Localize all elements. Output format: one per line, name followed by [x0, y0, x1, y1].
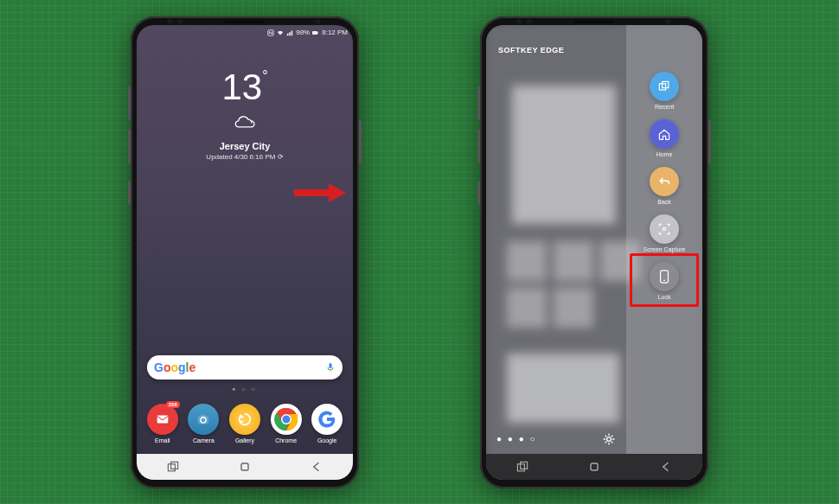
app-label: Gallery [235, 437, 254, 443]
back-icon [657, 175, 671, 188]
svg-point-17 [663, 227, 665, 230]
app-label: Google [317, 437, 337, 443]
speaker-grille [574, 20, 614, 23]
recents-icon[interactable] [166, 460, 180, 474]
signal-icon [286, 29, 293, 36]
page-indicator: ● ○ ○ [137, 386, 353, 392]
power-button[interactable] [359, 120, 362, 163]
front-camera [316, 19, 321, 24]
home-icon[interactable] [587, 460, 601, 474]
svg-point-20 [607, 437, 612, 441]
app-gallery[interactable]: Gallery [226, 404, 264, 443]
app-camera[interactable]: Camera [184, 404, 222, 443]
svg-rect-1 [312, 31, 317, 35]
svg-rect-13 [170, 462, 177, 469]
updated-label: Updated 4/30 6:16 PM ⟳ [137, 153, 353, 161]
svg-rect-8 [202, 414, 206, 417]
google-icon [318, 411, 336, 428]
recents-icon[interactable] [516, 460, 529, 474]
google-search-bar[interactable]: Google [147, 355, 343, 380]
back-icon[interactable] [659, 460, 673, 474]
battery-icon [312, 29, 319, 36]
app-label: Chrome [275, 437, 297, 443]
home-icon[interactable] [238, 460, 252, 474]
app-label: Camera [193, 437, 215, 443]
edge-label: Back [657, 199, 671, 205]
bixby-button[interactable] [477, 181, 480, 205]
svg-rect-3 [330, 363, 332, 368]
clock: 8:12 PM [322, 29, 348, 36]
svg-rect-21 [517, 463, 524, 470]
edge-label: Recent [655, 104, 674, 110]
front-camera [665, 19, 670, 24]
panel-title: SOFTKEY EDGE [498, 46, 564, 54]
panel-pager[interactable]: ● ● ● ○ [496, 434, 537, 443]
temperature: 13° [137, 67, 353, 108]
status-bar: 98% 8:12 PM [137, 25, 353, 41]
volume-down-button[interactable] [477, 129, 480, 163]
edge-panel: Recent Home Back [626, 25, 702, 454]
recent-icon [657, 80, 671, 93]
svg-rect-2 [317, 32, 318, 33]
gallery-icon [237, 411, 253, 427]
edge-label: Home [656, 151, 673, 157]
mic-icon[interactable] [325, 362, 336, 373]
home-screen: 98% 8:12 PM 13° Jersey City Updated 4/30… [137, 25, 353, 480]
phone-right: SOFTKEY EDGE Recent Home [480, 16, 708, 488]
camera-icon [195, 411, 211, 427]
city-label: Jersey City [137, 141, 353, 151]
app-google[interactable]: Google [308, 404, 346, 443]
app-chrome[interactable]: Chrome [267, 404, 305, 443]
chrome-icon [274, 407, 298, 431]
wifi-icon [277, 29, 284, 36]
power-button[interactable] [708, 120, 711, 163]
settings-icon[interactable] [602, 432, 616, 446]
svg-rect-23 [591, 463, 598, 470]
nfc-icon [267, 29, 274, 36]
back-icon[interactable] [310, 460, 323, 474]
svg-rect-14 [241, 463, 248, 470]
volume-down-button[interactable] [128, 129, 131, 163]
edge-item-screen-capture[interactable]: Screen Capture [643, 214, 685, 252]
svg-rect-5 [157, 415, 168, 423]
svg-rect-22 [520, 462, 527, 469]
sensor-dot [516, 19, 522, 24]
edge-item-back[interactable]: Back [650, 167, 679, 205]
app-dock: 226 Email Camera Gallery [137, 399, 353, 454]
annotation-highlight-box [630, 253, 699, 307]
bixby-button[interactable] [128, 181, 131, 205]
app-email[interactable]: 226 Email [144, 404, 182, 443]
google-logo: Google [154, 360, 195, 374]
edge-item-recent[interactable]: Recent [650, 72, 679, 110]
svg-point-11 [282, 415, 290, 423]
phone-left: 98% 8:12 PM 13° Jersey City Updated 4/30… [131, 16, 359, 488]
edge-toolbar: ● ● ● ○ [486, 424, 626, 454]
sensor-dot [167, 19, 172, 24]
edge-panel-screen: SOFTKEY EDGE Recent Home [486, 25, 702, 480]
sensor-dot [527, 19, 532, 24]
app-label: Email [155, 437, 170, 443]
screen-capture-icon [657, 222, 671, 236]
volume-up-button[interactable] [128, 86, 131, 120]
sensor-dot [177, 19, 183, 24]
battery-percent: 98% [296, 29, 310, 36]
edge-item-home[interactable]: Home [650, 119, 679, 157]
volume-up-button[interactable] [477, 86, 480, 120]
speaker-grille [225, 20, 265, 23]
home-icon [657, 127, 671, 141]
cloud-icon [233, 112, 257, 129]
edge-label: Screen Capture [643, 246, 685, 252]
nav-bar [486, 454, 702, 480]
email-badge: 226 [166, 401, 180, 408]
email-icon [155, 411, 170, 427]
nav-bar [137, 454, 353, 480]
annotation-arrow [294, 182, 346, 204]
weather-widget[interactable]: 13° Jersey City Updated 4/30 6:16 PM ⟳ [137, 67, 353, 161]
svg-rect-12 [168, 463, 175, 470]
